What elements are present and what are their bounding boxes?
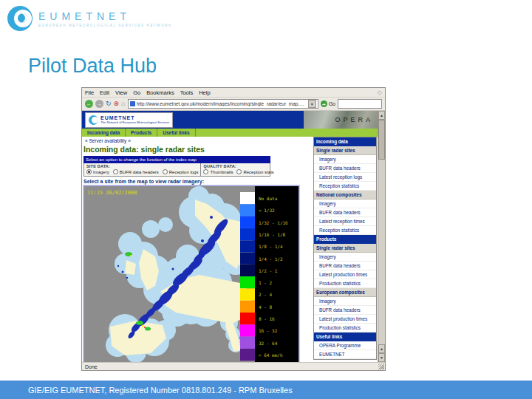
- site-logo-icon: [89, 115, 98, 125]
- site-brand-name: EUMETNET: [100, 115, 169, 120]
- quality-data-radio[interactable]: Reception stats: [236, 169, 273, 174]
- sidebar-row[interactable]: Latest production times: [314, 315, 376, 324]
- eumetnet-logo-icon: [7, 6, 33, 31]
- slide-footer: GIE/EIG EUMETNET, Registered Number 0818…: [0, 381, 532, 399]
- sidebar-row[interactable]: Incoming data: [314, 137, 376, 146]
- back-button[interactable]: ←: [85, 100, 93, 108]
- sidebar-row[interactable]: Reception statistics: [314, 226, 376, 235]
- nav-tab[interactable]: Products: [126, 129, 157, 137]
- nav-tab[interactable]: Incoming data: [82, 129, 126, 137]
- sidebar-row[interactable]: National composites: [314, 191, 376, 200]
- site-data-radio[interactable]: Reception logs: [163, 169, 199, 174]
- legend-label: 1/16 - 1/8: [259, 232, 286, 237]
- menu-item[interactable]: Bookmarks: [146, 89, 174, 96]
- sidebar-row[interactable]: Products: [314, 235, 376, 244]
- legend-swatch: [240, 204, 255, 216]
- legend-label: 16 - 32: [259, 328, 278, 333]
- radio-icon[interactable]: [163, 169, 168, 174]
- radio-icon[interactable]: [236, 169, 242, 174]
- quality-data-radio[interactable]: Thumbnails: [203, 169, 233, 174]
- legend-swatch: [240, 276, 255, 288]
- sidebar-row[interactable]: BUFR data headers: [314, 164, 376, 173]
- sidebar-row[interactable]: Latest production times: [314, 270, 376, 279]
- menu-item[interactable]: View: [115, 89, 127, 96]
- legend-swatch: [240, 240, 255, 252]
- browser-statusbar: Done: [82, 362, 385, 370]
- reload-button[interactable]: ↻: [106, 100, 112, 107]
- legend-label: 1 - 2: [259, 280, 272, 285]
- legend-swatch: [240, 288, 255, 300]
- go-arrow-icon: ➔: [321, 100, 327, 107]
- sidebar-row[interactable]: Imagery: [314, 253, 376, 262]
- scroll-down-icon[interactable]: ▼: [378, 353, 385, 362]
- sidebar-row[interactable]: Production statistics: [314, 279, 376, 288]
- home-button[interactable]: ⌂: [121, 100, 125, 107]
- sidebar-row[interactable]: Latest reception times: [314, 217, 376, 226]
- scrollbar-thumb[interactable]: [378, 120, 385, 160]
- sidebar-row[interactable]: Reception statistics: [314, 182, 376, 191]
- sidebar-row[interactable]: EUMETNET: [314, 350, 376, 359]
- radio-icon[interactable]: [113, 169, 118, 174]
- scroll-up-icon[interactable]: ▲: [378, 111, 385, 120]
- throbber-icon: ◇: [378, 89, 382, 96]
- stop-button[interactable]: ⊗: [114, 100, 120, 107]
- menu-item[interactable]: Tools: [180, 89, 194, 96]
- search-input[interactable]: [338, 99, 382, 109]
- legend-label: 1/2 - 1: [259, 268, 278, 273]
- legend-swatch: [240, 337, 255, 349]
- legend-swatch: [240, 253, 255, 265]
- sidebar-row[interactable]: Single radar sites: [314, 146, 376, 155]
- site-brand-tagline: The Network of European Meteorological S…: [100, 120, 169, 124]
- opera-banner-image: OPERA: [304, 111, 378, 129]
- sidebar-row[interactable]: Imagery: [314, 297, 376, 306]
- sidebar-row[interactable]: BUFR data headers: [314, 208, 376, 217]
- menu-item[interactable]: File: [85, 89, 94, 96]
- legend-label: 32 - 64: [259, 341, 278, 346]
- sidebar-row[interactable]: BUFR data headers: [314, 262, 376, 270]
- legend-label: < 1/32: [259, 208, 275, 213]
- opera-label: OPERA: [335, 116, 373, 123]
- site-data-radio[interactable]: BUFR data headers: [113, 169, 159, 174]
- sidebar-row[interactable]: European composites: [314, 288, 376, 297]
- nav-tab[interactable]: Useful links: [157, 129, 195, 137]
- sidebar-row[interactable]: Imagery: [314, 155, 376, 164]
- url-dropdown-icon[interactable]: ▼: [308, 100, 316, 108]
- sidebar-row[interactable]: Latest reception logs: [314, 173, 376, 182]
- status-text: Done: [85, 364, 378, 369]
- site-favicon-icon: [130, 101, 135, 106]
- menu-item[interactable]: Help: [199, 89, 210, 96]
- window-scrollbar[interactable]: ▲ ▲ ▼: [378, 111, 385, 362]
- url-bar[interactable]: http://www.eumetnet.gov.uk/modern/images…: [128, 99, 318, 109]
- legend-label: 1/32 - 1/16: [259, 220, 288, 225]
- scroll-up-bottom-icon[interactable]: ▲: [378, 344, 385, 353]
- logo-brand-text: EUMETNET: [38, 10, 172, 22]
- site-data-radio[interactable]: Imagery: [86, 169, 109, 174]
- site-banner: EUMETNET The Network of European Meteoro…: [82, 111, 378, 129]
- legend-swatch: [240, 265, 255, 276]
- sidebar-row[interactable]: OPERA Programme: [314, 341, 376, 350]
- sidebar-row[interactable]: Single radar sites: [314, 244, 376, 253]
- go-button[interactable]: ➔ Go: [321, 100, 335, 107]
- sidebar-row[interactable]: Imagery: [314, 200, 376, 208]
- radio-icon[interactable]: [203, 169, 208, 174]
- page-heading: Incoming data: single radar sites: [83, 145, 313, 154]
- legend-label: 1/8 - 1/4: [259, 244, 283, 249]
- sidebar-row[interactable]: Useful links: [314, 332, 376, 341]
- footer-text: GIE/EIG EUMETNET, Registered Number 0818…: [28, 386, 293, 395]
- radio-icon[interactable]: [86, 169, 92, 174]
- page-sidebar: Incoming data Single radar sites Imagery…: [313, 137, 377, 360]
- sidebar-row[interactable]: Production statistics: [314, 324, 376, 332]
- resize-grip[interactable]: [378, 364, 384, 369]
- url-text[interactable]: http://www.eumetnet.gov.uk/modern/images…: [137, 101, 307, 106]
- map-timestamp: 11:15 26/02/2008: [87, 190, 137, 196]
- legend-swatch: [240, 216, 255, 228]
- radar-index-map[interactable]: No data < 1/32 1/32 - 1/16 1/16 - 1/8: [83, 185, 299, 364]
- sidebar-row[interactable]: BUFR data headers: [314, 306, 376, 315]
- server-availability-link[interactable]: « Server availability »: [85, 138, 313, 143]
- logo-tagline: EUROPEAN METEOROLOGICAL SERVICES NETWORK: [38, 24, 172, 27]
- menu-item[interactable]: Edit: [100, 89, 109, 96]
- legend-swatch: [240, 313, 255, 324]
- legend-swatch: [240, 228, 255, 240]
- menu-item[interactable]: Go: [133, 89, 140, 96]
- forward-button[interactable]: →: [95, 100, 103, 108]
